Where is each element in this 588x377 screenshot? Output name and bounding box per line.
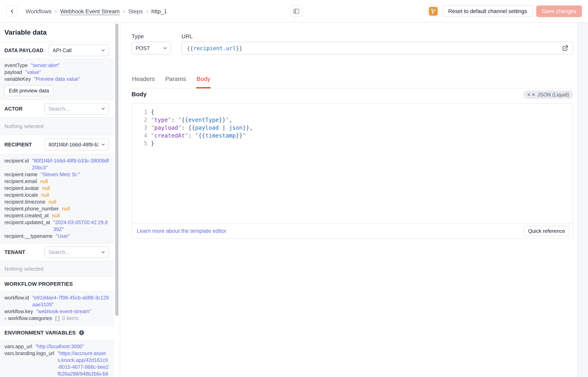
code-token: }} bbox=[243, 124, 249, 131]
editor-footer: Learn more about the template editor Qui… bbox=[132, 223, 573, 238]
data-payload-row: DATA PAYLOAD API Call bbox=[0, 42, 114, 59]
code-token: | bbox=[219, 124, 229, 131]
code-token: }} bbox=[236, 132, 243, 139]
kv-row: recipient.timezonenull bbox=[4, 198, 109, 205]
kv-row: vars.app_url"http://localhost:3000" bbox=[4, 343, 109, 350]
kv-key: vars.app_url bbox=[4, 343, 32, 350]
url-input[interactable]: {{recipient.url}} bbox=[181, 42, 573, 55]
kv-key: workflow.id bbox=[4, 294, 29, 301]
workflow-properties-title: WORKFLOW PROPERTIES bbox=[4, 281, 73, 287]
tab-body[interactable]: Body bbox=[196, 75, 211, 88]
kv-suffix: 0 items bbox=[62, 315, 79, 322]
kv-row: recipient.emailnull bbox=[4, 178, 109, 185]
kv-value: null bbox=[40, 178, 48, 185]
code-editor[interactable]: 1{2"type": "{{eventType}}",3"payload": {… bbox=[132, 104, 573, 223]
http-method-select[interactable]: POST bbox=[131, 42, 171, 55]
line-number: 3 bbox=[132, 124, 147, 132]
breadcrumb-item: http_1 bbox=[151, 8, 167, 15]
code-token: " bbox=[243, 132, 246, 139]
code-text: "createdAt": "{{timestamp}}" bbox=[151, 132, 246, 139]
code-token: payload bbox=[195, 124, 219, 131]
code-token: " bbox=[168, 117, 171, 123]
tab-headers[interactable]: Headers bbox=[131, 75, 155, 88]
kv-row: recipient.updated_at"2024-03-05T00:42:29… bbox=[4, 219, 109, 233]
code-line: 1{ bbox=[132, 108, 573, 116]
code-line: 5} bbox=[132, 140, 573, 147]
kv-value: "http://localhost:3000" bbox=[35, 343, 84, 350]
kv-value: "server:alert" bbox=[31, 62, 60, 69]
quick-reference-button[interactable]: Quick reference bbox=[524, 226, 569, 236]
kv-row: recipient.__typename"User" bbox=[4, 233, 109, 239]
code-token: json bbox=[229, 124, 243, 131]
body-editor-panel: 1{2"type": "{{eventType}}",3"payload": {… bbox=[131, 103, 573, 239]
kv-row: ›workflow.categories[ ]0 items bbox=[4, 315, 109, 322]
kv-key: recipient.updated_at bbox=[4, 219, 50, 226]
code-token: { bbox=[151, 109, 154, 115]
code-token: {{ bbox=[199, 132, 205, 139]
tenant-search-select[interactable]: Search... bbox=[45, 246, 109, 258]
commit-status-button[interactable] bbox=[427, 5, 439, 17]
tenant-row: TENANT Search... bbox=[0, 244, 114, 261]
kv-key: recipient.phone_number bbox=[4, 205, 59, 212]
kv-value: "2024-03-05T00:42:29.839Z" bbox=[53, 219, 109, 233]
code-token: : bbox=[171, 117, 178, 123]
edit-preview-data-button[interactable]: Edit preview data bbox=[4, 85, 53, 96]
body-section-label: Body bbox=[131, 91, 147, 98]
recipient-select[interactable]: 80f1f4bf-166d-48f9-b33c bbox=[45, 139, 109, 151]
variable-data-sidebar: Variable data DATA PAYLOAD API Call even… bbox=[0, 23, 120, 377]
topbar-actions: Reset to default channel settings Save c… bbox=[427, 5, 582, 17]
chevron-down-icon bbox=[101, 142, 106, 147]
recipient-data-panel: recipient.id"80f1f4bf-166d-48f9-b33c-390… bbox=[0, 154, 114, 244]
environment-variables-title: ENVIRONMENT VARIABLES bbox=[4, 330, 76, 336]
info-icon[interactable] bbox=[79, 330, 85, 336]
reset-default-settings-button[interactable]: Reset to default channel settings bbox=[443, 5, 533, 17]
code-token: " bbox=[151, 124, 154, 131]
tenant-empty-state: Nothing selected bbox=[0, 261, 114, 277]
code-token: timestamp bbox=[205, 132, 236, 139]
code-token: {{ bbox=[181, 117, 188, 123]
sidebar-scrollbar-thumb[interactable] bbox=[115, 24, 118, 316]
save-changes-button[interactable]: Save changes bbox=[536, 5, 582, 17]
kv-row: vars.branding.logo_url"https://account-a… bbox=[4, 350, 109, 377]
actor-empty-text: Nothing selected bbox=[4, 123, 44, 130]
code-token: {{ bbox=[187, 45, 193, 51]
line-number: 4 bbox=[132, 132, 147, 140]
breadcrumb-item: Steps bbox=[128, 8, 143, 15]
tab-params[interactable]: Params bbox=[165, 75, 186, 88]
code-token: " bbox=[226, 117, 229, 123]
code-token: " bbox=[178, 117, 181, 123]
back-button[interactable] bbox=[6, 5, 18, 17]
kv-value: null bbox=[52, 212, 60, 219]
actor-search-select[interactable]: Search... bbox=[45, 103, 109, 115]
kv-value: null bbox=[41, 191, 49, 198]
preview-data-list: eventType"server:alert"payload"value"var… bbox=[4, 62, 109, 82]
breadcrumb-separator: › bbox=[146, 8, 148, 14]
workflow-properties-heading: WORKFLOW PROPERTIES bbox=[0, 277, 114, 291]
panel-toggle-button[interactable] bbox=[291, 5, 302, 17]
app-window: Workflows›Webhook Event Stream›Steps›htt… bbox=[0, 0, 588, 377]
kv-key: recipient.timezone bbox=[4, 198, 45, 205]
data-payload-select[interactable]: API Call bbox=[48, 45, 109, 56]
breadcrumb-separator: › bbox=[123, 8, 125, 14]
code-token: " bbox=[151, 117, 154, 123]
code-token: type bbox=[154, 117, 168, 123]
code-icon: < > bbox=[527, 92, 535, 97]
kv-row: recipient.phone_numbernull bbox=[4, 205, 109, 212]
kv-key: recipient.name bbox=[4, 171, 37, 178]
code-token: : bbox=[181, 124, 188, 131]
kv-value: null bbox=[42, 185, 50, 191]
template-editor-docs-link[interactable]: Learn more about the template editor bbox=[137, 228, 226, 234]
kv-row: workflow.id"e91ddae4-7f99-45cb-a688-3c12… bbox=[4, 294, 109, 308]
kv-row: recipient.avatarnull bbox=[4, 185, 109, 191]
line-number: 5 bbox=[132, 140, 147, 147]
external-link-icon[interactable] bbox=[562, 45, 569, 52]
kv-key: workflow.key bbox=[4, 308, 33, 315]
caret-right-icon[interactable]: › bbox=[4, 315, 6, 322]
breadcrumb-item[interactable]: Webhook Event Stream bbox=[60, 8, 120, 15]
url-label: URL bbox=[181, 33, 193, 40]
tenant-search-placeholder: Search... bbox=[48, 249, 70, 255]
kv-key: recipient.id bbox=[4, 157, 29, 164]
kv-key: recipient.email bbox=[4, 178, 37, 185]
breadcrumb-separator: › bbox=[55, 8, 57, 14]
tenant-label: TENANT bbox=[4, 249, 25, 255]
